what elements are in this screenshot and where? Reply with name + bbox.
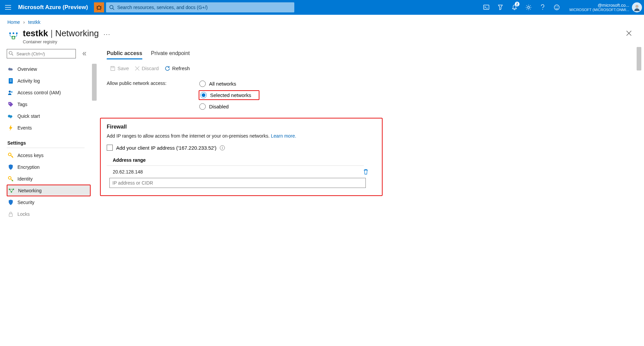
sidebar-item-tags[interactable]: Tags xyxy=(7,98,91,110)
svg-rect-25 xyxy=(9,214,12,216)
global-search[interactable]: Search resources, services, and docs (G+… xyxy=(106,2,294,12)
sidebar-item-encryption[interactable]: Encryption xyxy=(7,161,91,173)
more-actions-button[interactable]: ··· xyxy=(103,28,110,38)
sidebar-search-wrap xyxy=(7,49,79,58)
settings-button[interactable] xyxy=(522,0,535,15)
sidebar-item-quickstart[interactable]: Quick start xyxy=(7,110,91,122)
bug-icon xyxy=(96,4,102,10)
tab-private-endpoint[interactable]: Private endpoint xyxy=(151,50,190,59)
cloud-shell-icon xyxy=(483,5,489,10)
close-blade-button[interactable] xyxy=(626,28,632,36)
sidebar-item-label: Quick start xyxy=(17,113,40,119)
info-tooltip-button[interactable]: i xyxy=(220,145,225,150)
discard-button[interactable]: Discard xyxy=(135,65,159,71)
radio-label: All networks xyxy=(209,81,236,87)
sidebar-search-row xyxy=(7,49,87,58)
sidebar-item-label: Access control (IAM) xyxy=(17,90,61,95)
firewall-description: Add IP ranges to allow access from the i… xyxy=(107,133,376,139)
identity-icon xyxy=(7,176,14,182)
events-icon xyxy=(7,125,14,131)
lock-icon xyxy=(7,211,14,217)
page-title-row: testkk | Networking Container registry ·… xyxy=(0,27,644,47)
svg-point-3 xyxy=(528,6,530,8)
sidebar-search-input[interactable] xyxy=(7,49,76,58)
resource-name: testkk xyxy=(23,28,48,38)
firewall-learn-more-link[interactable]: Learn more. xyxy=(271,133,296,139)
help-button[interactable] xyxy=(536,0,549,15)
breadcrumb-home[interactable]: Home xyxy=(7,19,20,25)
notifications-button[interactable]: 2 xyxy=(508,0,521,15)
refresh-button[interactable]: Refresh xyxy=(165,65,190,71)
search-icon xyxy=(9,51,13,56)
svg-point-20 xyxy=(8,177,11,179)
shield-icon xyxy=(7,199,14,206)
collapse-sidebar-button[interactable] xyxy=(82,51,87,56)
sidebar-nav: Overview Activity log Access control (IA… xyxy=(7,63,91,220)
add-client-ip-checkbox[interactable] xyxy=(107,145,113,151)
sidebar-item-overview[interactable]: Overview xyxy=(7,63,91,75)
radio-selected-networks[interactable]: Selected networks xyxy=(199,90,259,100)
account-menu[interactable]: @microsoft.co... MICROSOFT (MICROSOFT.ON… xyxy=(565,2,644,12)
hamburger-icon xyxy=(5,5,11,10)
main-scrollbar[interactable] xyxy=(637,47,641,70)
public-access-label: Allow public network access: xyxy=(107,80,199,86)
hamburger-menu[interactable] xyxy=(0,0,16,15)
cloud-shell-button[interactable] xyxy=(480,0,493,15)
key-icon xyxy=(7,152,14,159)
add-client-ip-row: Add your client IP address ('167.220.233… xyxy=(107,145,376,151)
sidebar-item-label: Overview xyxy=(17,66,37,72)
breadcrumb-separator: › xyxy=(23,19,25,25)
feedback-button[interactable] xyxy=(550,0,563,15)
sidebar-item-label: Security xyxy=(17,200,35,205)
azure-topbar: Microsoft Azure (Preview) Search resourc… xyxy=(0,0,644,15)
svg-point-17 xyxy=(11,91,13,93)
sidebar-item-identity[interactable]: Identity xyxy=(7,173,91,185)
sidebar-item-label: Locks xyxy=(17,211,30,217)
avatar xyxy=(632,2,642,12)
sidebar-item-networking[interactable]: Networking xyxy=(7,185,91,196)
public-access-field: Allow public network access: All network… xyxy=(107,80,644,110)
shield-icon xyxy=(7,164,14,170)
cloud-icon xyxy=(7,66,14,72)
sidebar-item-activity-log[interactable]: Activity log xyxy=(7,75,91,87)
body-area: Overview Activity log Access control (IA… xyxy=(0,47,644,345)
svg-rect-2 xyxy=(484,5,489,9)
sidebar-item-security[interactable]: Security xyxy=(7,196,91,208)
portal-brand[interactable]: Microsoft Azure (Preview) xyxy=(16,4,94,11)
sidebar-item-label: Access keys xyxy=(17,153,44,158)
delete-address-button[interactable] xyxy=(363,169,368,175)
preview-bug-icon[interactable] xyxy=(94,2,104,12)
radio-circle-icon xyxy=(199,103,206,110)
trash-icon xyxy=(363,169,368,175)
sidebar-item-events[interactable]: Events xyxy=(7,122,91,134)
sidebar-item-label: Events xyxy=(17,125,32,131)
svg-point-19 xyxy=(8,153,11,156)
tab-public-access[interactable]: Public access xyxy=(107,50,142,59)
filter-button[interactable] xyxy=(494,0,507,15)
svg-point-14 xyxy=(9,51,12,54)
sidebar-item-access-keys[interactable]: Access keys xyxy=(7,149,91,161)
svg-rect-13 xyxy=(12,37,14,39)
radio-label: Selected networks xyxy=(210,92,251,98)
breadcrumb: Home › testkk xyxy=(0,15,644,27)
sidebar-item-label: Activity log xyxy=(17,78,40,84)
radio-circle-icon xyxy=(199,81,206,87)
sidebar-item-locks[interactable]: Locks xyxy=(7,208,91,220)
address-range-input[interactable] xyxy=(109,178,366,188)
account-text: @microsoft.co... MICROSOFT (MICROSOFT.ON… xyxy=(569,3,629,12)
resource-sidebar: Overview Activity log Access control (IA… xyxy=(0,47,91,345)
public-access-radios: All networks Selected networks Disabled xyxy=(199,80,259,110)
log-icon xyxy=(7,78,14,84)
iam-icon xyxy=(7,89,14,96)
save-label: Save xyxy=(117,65,129,71)
topbar-icon-group: 2 xyxy=(480,0,565,15)
radio-disabled[interactable]: Disabled xyxy=(199,103,259,110)
svg-point-4 xyxy=(542,9,543,10)
sidebar-section-settings: Settings xyxy=(7,136,85,148)
sidebar-item-iam[interactable]: Access control (IAM) xyxy=(7,87,91,98)
radio-all-networks[interactable]: All networks xyxy=(199,80,259,88)
info-icon: i xyxy=(222,146,222,150)
add-client-ip-label: Add your client IP address ('167.220.233… xyxy=(116,145,216,151)
save-button[interactable]: Save xyxy=(110,65,129,71)
breadcrumb-resource[interactable]: testkk xyxy=(28,19,41,25)
